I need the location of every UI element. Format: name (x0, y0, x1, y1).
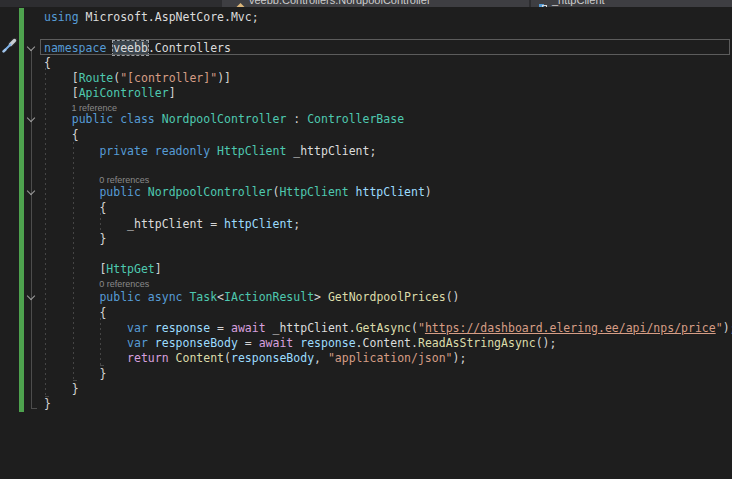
code-token: Content (176, 351, 224, 365)
codelens-references[interactable]: 0 references (99, 278, 149, 290)
code-token: await (231, 321, 273, 335)
code-token: } (44, 232, 106, 246)
code-token: < (217, 290, 224, 304)
code-token: > (314, 290, 328, 304)
class-dropdown-label[interactable]: veebb.Controllers.NordpoolController (249, 0, 431, 6)
fold-chevron-icon[interactable] (27, 44, 36, 53)
code-token: , (314, 351, 328, 365)
code-token: ReadAsStringAsync (418, 336, 536, 350)
code-token (44, 185, 99, 199)
code-token: await (259, 336, 301, 350)
code-token: } (44, 382, 79, 396)
code-token: () (446, 290, 460, 304)
code-token: httpClient (224, 217, 293, 231)
code-token (44, 112, 72, 126)
code-token: : (286, 112, 307, 126)
code-token: Content (363, 336, 411, 350)
code-token: ; (293, 217, 300, 231)
code-token: = (238, 336, 259, 350)
code-token: public (99, 185, 147, 199)
code-line[interactable]: [ApiController] (0, 86, 732, 101)
code-token: ( (224, 351, 231, 365)
editor-window: veebb.Controllers.NordpoolController _ht… (0, 0, 732, 479)
code-token: GetAsync (356, 321, 411, 335)
code-token (44, 351, 127, 365)
code-token: ; (369, 144, 376, 158)
code-line[interactable]: public NordpoolController(HttpClient htt… (0, 185, 732, 200)
code-token: ); (723, 321, 732, 335)
code-token: [ (44, 86, 79, 100)
code-token (44, 144, 99, 158)
code-line[interactable]: var response = await _httpClient.GetAsyn… (0, 321, 732, 336)
code-token: Microsoft.AspNetCore.Mvc (86, 10, 252, 24)
code-token: (); (536, 336, 557, 350)
code-token: . (349, 321, 356, 335)
code-token: public async (99, 290, 189, 304)
url-link[interactable]: https://dashboard.elering.ee/api/nps/pri… (425, 321, 716, 335)
code-token: private readonly (99, 144, 217, 158)
navigation-bar: veebb.Controllers.NordpoolController _ht… (0, 0, 732, 7)
code-line[interactable]: [HttpGet] (0, 262, 732, 277)
code-line[interactable]: namespace veebb.Controllers (0, 41, 732, 56)
code-line[interactable]: var responseBody = await response.Conten… (0, 336, 732, 351)
code-token: response (300, 336, 355, 350)
member-dropdown-label[interactable]: _httpClient (552, 0, 605, 6)
code-token: HttpClient (217, 144, 286, 158)
code-line[interactable]: { (0, 56, 732, 71)
code-line[interactable]: using Microsoft.AspNetCore.Mvc; (0, 10, 732, 25)
code-token: NordpoolController (162, 112, 287, 126)
codelens-row[interactable]: 0 references (0, 278, 732, 290)
code-line[interactable]: _httpClient = httpClient; (0, 217, 732, 232)
code-line[interactable]: } (0, 397, 732, 412)
code-token: [ (44, 71, 79, 85)
code-token: NordpoolController (148, 185, 273, 199)
code-line[interactable]: { (0, 306, 732, 321)
code-token: httpClient (349, 185, 425, 199)
code-line[interactable]: private readonly HttpClient _httpClient; (0, 144, 732, 159)
code-line[interactable]: return Content(responseBody, "applicatio… (0, 351, 732, 366)
code-token (44, 290, 99, 304)
code-token: )] (217, 71, 231, 85)
code-token: ( (411, 321, 418, 335)
code-token: { (44, 56, 51, 70)
field-icon (538, 0, 548, 7)
code-line[interactable]: { (0, 128, 732, 143)
code-token: " (716, 321, 723, 335)
code-line[interactable]: } (0, 232, 732, 247)
code-token: " (418, 321, 425, 335)
code-line[interactable]: } (0, 382, 732, 397)
class-icon (236, 0, 245, 7)
code-token: Route (79, 71, 114, 85)
code-line[interactable]: public class NordpoolController : Contro… (0, 112, 732, 127)
code-token: _httpClient (273, 321, 349, 335)
fold-chevron-icon[interactable] (27, 115, 36, 124)
code-token: Task (189, 290, 217, 304)
code-token: ); (453, 351, 467, 365)
code-token: responseBody (231, 351, 314, 365)
code-token: . (356, 336, 363, 350)
code-line[interactable]: } (0, 367, 732, 382)
fold-chevron-icon[interactable] (27, 293, 36, 302)
code-token: } (44, 397, 51, 411)
code-token: ] (155, 262, 162, 276)
code-token: "application/json" (328, 351, 453, 365)
code-token: var (127, 336, 155, 350)
code-line[interactable]: public async Task<IActionResult> GetNord… (0, 290, 732, 305)
code-token: = (203, 217, 224, 231)
highlighted-symbol: veebb (113, 41, 148, 55)
code-token: . (411, 336, 418, 350)
fold-chevron-icon[interactable] (27, 188, 36, 197)
code-line[interactable]: { (0, 201, 732, 216)
code-token: [ (44, 262, 106, 276)
code-token: ; (252, 10, 259, 24)
code-token: GetNordpoolPrices (328, 290, 446, 304)
code-token: ControllerBase (307, 112, 404, 126)
code-token: { (44, 128, 79, 142)
code-token: _httpClient (286, 144, 369, 158)
code-token: using (44, 10, 86, 24)
code-line[interactable]: [Route("[controller]")] (0, 71, 732, 86)
code-token: HttpGet (106, 262, 154, 276)
code-token: ] (169, 86, 176, 100)
code-token: IActionResult (224, 290, 314, 304)
code-token: response (155, 321, 210, 335)
